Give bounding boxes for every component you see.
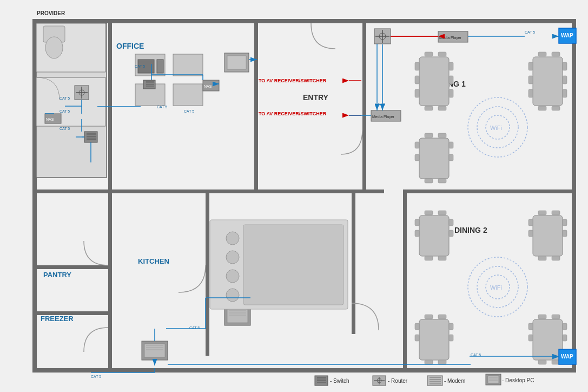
svg-rect-82 [533, 57, 563, 106]
svg-rect-76 [449, 76, 453, 84]
svg-point-191 [226, 232, 239, 245]
svg-text:TO AV RECEIVER/SWITCHER: TO AV RECEIVER/SWITCHER [259, 78, 327, 83]
svg-rect-158 [533, 319, 563, 360]
svg-rect-214 [488, 376, 499, 383]
svg-rect-101 [438, 179, 446, 183]
svg-text:Media Player: Media Player [439, 36, 462, 40]
svg-rect-162 [563, 335, 567, 341]
svg-rect-140 [533, 215, 563, 256]
svg-text:KITCHEN: KITCHEN [138, 257, 169, 265]
svg-rect-15 [108, 265, 112, 292]
svg-rect-18 [395, 19, 399, 23]
svg-rect-152 [449, 323, 453, 330]
svg-rect-28 [173, 84, 203, 106]
svg-rect-178 [144, 344, 165, 357]
svg-point-192 [226, 251, 239, 264]
svg-rect-93 [419, 138, 449, 179]
svg-text:Media Player: Media Player [372, 115, 395, 119]
svg-rect-12 [352, 193, 355, 334]
svg-rect-75 [449, 62, 453, 70]
svg-text:- Desktop PC: - Desktop PC [502, 377, 534, 383]
svg-rect-6 [403, 190, 576, 193]
svg-rect-135 [449, 230, 453, 237]
svg-rect-137 [438, 211, 446, 215]
svg-rect-159 [528, 323, 533, 330]
svg-text:CAT 5: CAT 5 [135, 64, 145, 68]
svg-rect-83 [528, 62, 533, 70]
svg-rect-148 [552, 256, 560, 260]
svg-rect-87 [563, 76, 567, 84]
svg-rect-71 [419, 57, 449, 106]
svg-text:CAT 5: CAT 5 [189, 326, 200, 330]
svg-rect-138 [425, 256, 433, 260]
svg-rect-143 [563, 219, 567, 226]
svg-text:FREEZER: FREEZER [41, 315, 74, 323]
svg-text:- Switch: - Switch [330, 378, 349, 384]
svg-rect-145 [538, 211, 546, 215]
svg-rect-77 [449, 89, 453, 97]
svg-rect-30 [157, 60, 163, 73]
svg-rect-45 [227, 56, 246, 69]
svg-rect-94 [415, 142, 419, 148]
svg-text:- Router: - Router [388, 378, 408, 384]
svg-rect-92 [552, 106, 560, 110]
svg-text:WiFi: WiFi [490, 125, 502, 131]
svg-text:WAP: WAP [561, 32, 573, 38]
svg-rect-14 [36, 265, 112, 269]
svg-point-22 [45, 37, 63, 58]
svg-text:DINING 2: DINING 2 [454, 226, 487, 234]
svg-rect-79 [438, 52, 446, 56]
svg-rect-136 [425, 211, 433, 215]
svg-rect-89 [538, 52, 546, 56]
svg-point-193 [226, 270, 239, 283]
svg-rect-156 [425, 360, 433, 364]
svg-rect-160 [528, 335, 533, 341]
svg-rect-100 [425, 179, 433, 183]
svg-text:TO AV RECEIVER/SWITCHER: TO AV RECEIVER/SWITCHER [259, 111, 327, 116]
svg-rect-80 [425, 106, 433, 110]
svg-rect-157 [438, 360, 446, 364]
svg-rect-133 [415, 230, 419, 237]
svg-rect-5 [32, 190, 384, 193]
svg-text:CAT 5: CAT 5 [91, 375, 101, 378]
svg-text:CAT 5: CAT 5 [60, 96, 70, 100]
svg-rect-149 [419, 319, 449, 360]
svg-rect-151 [415, 335, 419, 341]
svg-rect-85 [528, 89, 533, 97]
svg-rect-13 [403, 193, 407, 372]
svg-text:CAT 5: CAT 5 [60, 109, 70, 113]
svg-rect-147 [538, 256, 546, 260]
svg-rect-150 [415, 323, 419, 330]
svg-rect-131 [419, 215, 449, 256]
svg-rect-81 [438, 106, 446, 110]
svg-rect-8 [254, 19, 258, 190]
diagram-container: OFFICE NAS NAS CAT 5 CAT 5 [0, 0, 588, 392]
svg-rect-99 [438, 133, 446, 138]
svg-rect-142 [528, 230, 533, 237]
svg-rect-139 [438, 256, 446, 260]
svg-rect-73 [415, 76, 419, 84]
svg-rect-78 [425, 52, 433, 56]
svg-rect-165 [538, 360, 546, 364]
svg-rect-132 [415, 219, 419, 226]
svg-text:WiFi: WiFi [490, 284, 502, 291]
svg-text:CAT 5: CAT 5 [375, 102, 385, 106]
svg-text:NAS: NAS [204, 84, 212, 88]
svg-rect-88 [563, 89, 567, 97]
svg-text:PANTRY: PANTRY [43, 271, 71, 279]
svg-rect-17 [254, 19, 362, 23]
svg-rect-172 [227, 309, 248, 323]
svg-text:OFFICE: OFFICE [116, 42, 144, 50]
svg-rect-4 [572, 19, 576, 373]
svg-rect-141 [528, 219, 533, 226]
svg-text:CAT 5: CAT 5 [157, 105, 167, 109]
svg-text:NAS: NAS [46, 117, 54, 121]
svg-rect-97 [449, 154, 453, 161]
svg-rect-164 [552, 315, 560, 319]
svg-rect-155 [438, 315, 446, 319]
svg-rect-146 [552, 211, 560, 215]
svg-rect-96 [449, 142, 453, 148]
svg-rect-161 [563, 323, 567, 330]
svg-rect-84 [528, 76, 533, 84]
svg-rect-11 [206, 193, 209, 356]
